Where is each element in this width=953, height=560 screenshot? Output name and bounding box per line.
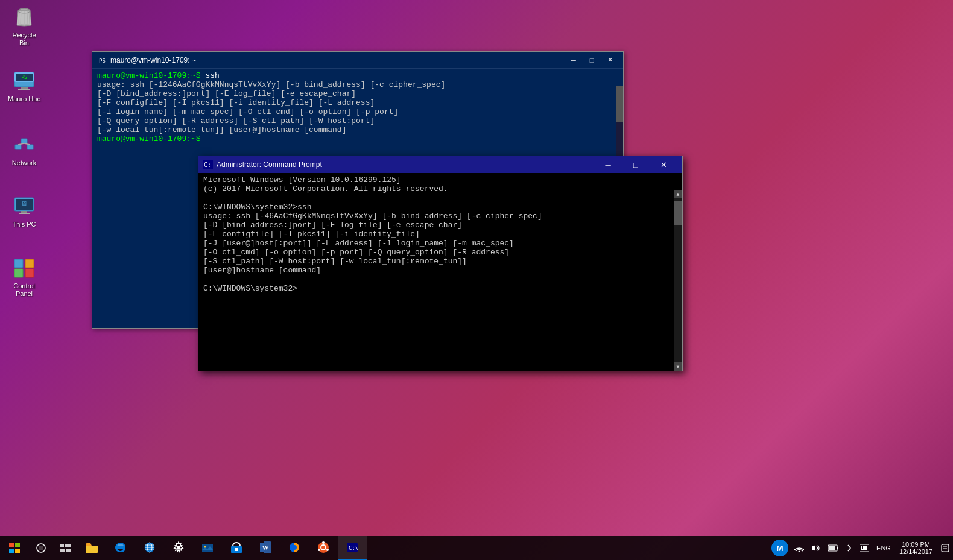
svg-rect-17 — [19, 213, 30, 214]
powershell-minimize-btn[interactable]: ─ — [565, 54, 582, 66]
start-button[interactable] — [0, 536, 29, 560]
ps-prompt2: mauro@vm-win10-1709:~$ — [97, 134, 201, 143]
svg-rect-27 — [15, 543, 20, 547]
svg-point-54 — [322, 541, 325, 544]
cmd-prompt1-line: C:\WINDOWS\system32>ssh — [203, 203, 677, 212]
cmd-blank1 — [203, 193, 677, 203]
taskbar-volume-icon[interactable] — [808, 536, 825, 560]
svg-point-55 — [326, 549, 329, 551]
cmd-scrollbar-thumb[interactable] — [674, 201, 682, 225]
svg-text:W: W — [262, 544, 269, 551]
network-label: Network — [12, 159, 36, 167]
svg-rect-8 — [15, 145, 21, 149]
cmd-scrollbar-down[interactable]: ▼ — [674, 362, 682, 371]
taskbar-battery-icon[interactable] — [825, 536, 843, 560]
svg-rect-7 — [18, 89, 30, 90]
taskbar-keyboard-icon[interactable] — [856, 536, 873, 560]
cmd-scrollbar-up[interactable]: ▲ — [674, 190, 682, 198]
this-pc-icon[interactable]: 🖥 This PC — [5, 192, 43, 231]
taskbar-time: 10:09 PM — [902, 541, 930, 548]
svg-rect-9 — [27, 145, 33, 149]
user-avatar[interactable]: M — [771, 540, 788, 556]
svg-rect-46 — [235, 548, 238, 551]
cmd-titlebar[interactable]: C: Administrator: Command Prompt ─ □ ✕ — [198, 156, 682, 173]
network-icon[interactable]: Network — [5, 130, 43, 169]
cmd-line1: Microsoft Windows [Version 10.0.16299.12… — [203, 175, 677, 184]
mauro-huc-icon[interactable]: PS Mauro Huc — [5, 66, 43, 105]
ps-line2: [-D [bind_address:]port] [-E log_file] [… — [97, 89, 618, 98]
cmd-maximize-btn[interactable]: □ — [622, 156, 650, 173]
powershell-maximize-btn[interactable]: □ — [583, 54, 600, 66]
control-panel-image — [12, 256, 36, 280]
cmd-scrollbar[interactable]: ▲ ▼ — [674, 190, 682, 371]
recycle-bin-label: Recycle Bin — [7, 31, 41, 47]
this-pc-image: 🖥 — [12, 194, 36, 218]
svg-point-56 — [318, 549, 320, 551]
svg-rect-26 — [9, 543, 14, 547]
powershell-title-text: mauro@vm-win10-1709: ~ — [110, 56, 565, 64]
ps-line1: usage: ssh [-1246AaCfGgKkMNnqsTtVvXxYy] … — [97, 80, 618, 89]
taskbar-network-icon[interactable] — [791, 536, 808, 560]
taskbar-file-explorer[interactable] — [77, 536, 106, 560]
ps-line6: [-w local_tun[:remote_tun]] [user@]hostn… — [97, 125, 618, 134]
svg-point-51 — [292, 545, 297, 550]
taskbar-photos[interactable] — [193, 536, 222, 560]
task-view-button[interactable] — [53, 536, 77, 560]
taskbar-language[interactable]: ENG — [873, 536, 894, 560]
cmd-close-btn[interactable]: ✕ — [650, 156, 677, 173]
powershell-close-btn[interactable]: ✕ — [601, 54, 618, 66]
cmd-content: Microsoft Windows [Version 10.0.16299.12… — [198, 173, 682, 371]
taskbar-ie[interactable] — [135, 536, 164, 560]
svg-rect-34 — [60, 549, 65, 552]
cmd-line2: (c) 2017 Microsoft Corporation. All righ… — [203, 184, 677, 193]
ps-prompt1-green: mauro@vm-win10-1709:~$ — [97, 71, 201, 80]
taskbar-notification-icon[interactable] — [937, 536, 953, 560]
control-panel-icon[interactable]: Control Panel — [5, 253, 43, 300]
taskbar-settings[interactable] — [164, 536, 193, 560]
svg-rect-35 — [66, 549, 71, 552]
svg-rect-28 — [9, 549, 14, 553]
taskbar-chevron-icon[interactable] — [843, 536, 856, 560]
taskbar-ubuntu[interactable] — [309, 536, 338, 560]
cmd-cmd1: ssh — [297, 203, 311, 212]
taskbar-clock[interactable]: 10:09 PM 12/14/2017 — [894, 536, 937, 560]
recycle-bin-icon[interactable]: Recycle Bin — [5, 2, 43, 49]
svg-rect-73 — [942, 544, 949, 552]
taskbar-apps: W C:\ — [77, 536, 367, 560]
taskbar-word[interactable]: W — [251, 536, 280, 560]
svg-text:PS: PS — [99, 58, 106, 64]
cmd-prompt2: C:\WINDOWS\system32> — [203, 284, 297, 293]
svg-rect-66 — [864, 546, 866, 547]
svg-rect-16 — [21, 211, 27, 213]
cortana-button[interactable] — [29, 536, 53, 560]
svg-rect-32 — [60, 544, 64, 547]
control-panel-label: Control Panel — [7, 282, 41, 298]
taskbar: W C:\ — [0, 536, 953, 560]
svg-rect-64 — [861, 546, 862, 547]
taskbar-edge[interactable] — [106, 536, 135, 560]
ps-line5: [-Q query_option] [-R address] [-S ctl_p… — [97, 116, 618, 125]
cmd-titlebar-controls: ─ □ ✕ — [594, 156, 677, 173]
svg-rect-33 — [65, 544, 71, 547]
svg-rect-21 — [25, 269, 34, 277]
taskbar-system: M — [769, 536, 953, 560]
cmd-minimize-btn[interactable]: ─ — [594, 156, 622, 173]
svg-rect-72 — [861, 549, 867, 550]
svg-rect-65 — [863, 546, 864, 547]
taskbar-store[interactable] — [222, 536, 251, 560]
svg-line-11 — [18, 143, 24, 145]
taskbar-language-text: ENG — [876, 544, 891, 552]
svg-text:C:: C: — [204, 162, 211, 168]
svg-rect-61 — [837, 547, 838, 549]
svg-rect-68 — [861, 547, 862, 549]
taskbar-date: 12/14/2017 — [899, 548, 932, 555]
ps-scrollbar-thumb[interactable] — [616, 86, 623, 122]
taskbar-firefox[interactable] — [280, 536, 309, 560]
powershell-titlebar[interactable]: PS mauro@vm-win10-1709: ~ ─ □ ✕ — [92, 52, 623, 69]
cmd-title-icon: C: — [203, 160, 213, 169]
taskbar-cmd[interactable]: C:\ — [338, 536, 367, 560]
ps-line-prompt1: mauro@vm-win10-1709:~$ ssh — [97, 71, 618, 80]
svg-rect-69 — [863, 547, 864, 549]
this-pc-label: This PC — [12, 221, 36, 228]
cmd-usage-line1: usage: ssh [-46AaCfGgKkMNnqsTtVvXxYy] [-… — [203, 212, 677, 221]
